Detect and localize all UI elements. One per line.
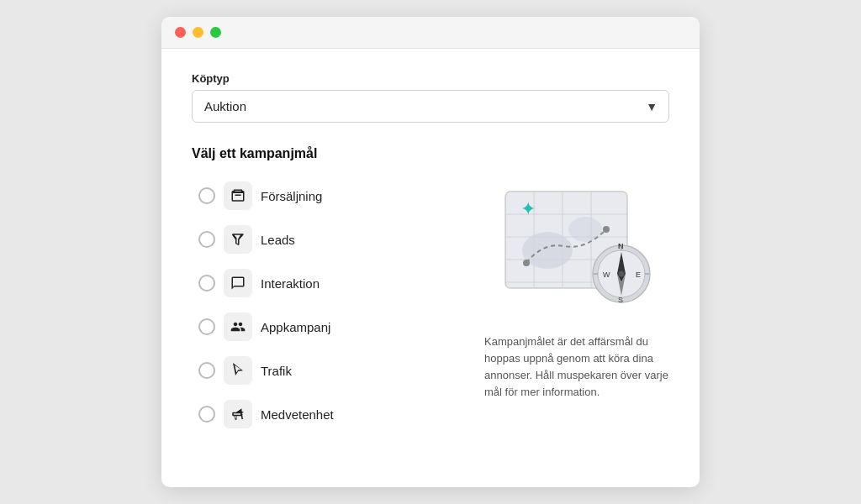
svg-text:E: E xyxy=(636,270,641,279)
leads-icon-box xyxy=(224,225,252,254)
goal-item-medvetenhet[interactable]: Medvetenhet xyxy=(192,395,457,433)
goal-description: Kampanjmålet är det affärsmål du hoppas … xyxy=(484,333,669,402)
radio-appkampanj[interactable] xyxy=(198,318,215,335)
goal-item-appkampanj[interactable]: Appkampanj xyxy=(192,307,457,346)
funnel-icon xyxy=(230,232,246,247)
goal-info-panel: ✦ N S E W xyxy=(484,176,669,433)
maximize-button[interactable] xyxy=(210,27,221,38)
megaphone-icon xyxy=(230,407,246,422)
radio-interaktion[interactable] xyxy=(198,275,215,291)
goal-list: Försäljning Leads xyxy=(192,176,457,433)
main-content: Köptyp Auktion Räckvidd och frekvens ▼ V… xyxy=(161,49,700,457)
appkampanj-label: Appkampanj xyxy=(261,320,330,334)
goal-item-forsaljning[interactable]: Försäljning xyxy=(192,176,457,215)
svg-point-10 xyxy=(523,260,530,266)
goal-item-interaktion[interactable]: Interaktion xyxy=(192,264,457,302)
goal-item-leads[interactable]: Leads xyxy=(192,220,457,259)
svg-text:W: W xyxy=(603,270,610,279)
medvetenhet-icon-box xyxy=(224,400,252,428)
svg-point-11 xyxy=(603,226,610,233)
leads-label: Leads xyxy=(261,233,295,247)
chat-icon xyxy=(230,276,246,291)
title-bar xyxy=(161,17,700,49)
svg-text:S: S xyxy=(618,296,623,304)
campaign-goal-title: Välj ett kampanjmål xyxy=(192,146,669,161)
goal-item-trafik[interactable]: Trafik xyxy=(192,351,457,390)
forsaljning-label: Försäljning xyxy=(261,189,322,203)
bag-icon xyxy=(230,188,246,203)
purchase-type-label: Köptyp xyxy=(192,72,669,85)
radio-leads[interactable] xyxy=(198,231,215,248)
svg-text:N: N xyxy=(618,242,624,250)
medvetenhet-label: Medvetenhet xyxy=(261,407,334,422)
svg-point-8 xyxy=(522,232,573,269)
svg-point-17 xyxy=(619,271,625,277)
purchase-type-select[interactable]: Auktion Räckvidd och frekvens xyxy=(192,90,669,123)
forsaljning-icon-box xyxy=(224,181,252,210)
radio-medvetenhet[interactable] xyxy=(198,406,215,423)
goal-illustration: ✦ N S E W xyxy=(497,183,657,322)
close-button[interactable] xyxy=(175,27,186,38)
radio-forsaljning[interactable] xyxy=(198,187,215,204)
radio-trafik[interactable] xyxy=(198,362,215,379)
purchase-type-wrapper: Auktion Räckvidd och frekvens ▼ xyxy=(192,90,669,123)
appkampanj-icon-box xyxy=(224,312,252,341)
app-window: Köptyp Auktion Räckvidd och frekvens ▼ V… xyxy=(161,17,700,487)
people-icon xyxy=(230,319,246,334)
cursor-icon xyxy=(230,363,246,378)
svg-text:✦: ✦ xyxy=(520,198,536,219)
minimize-button[interactable] xyxy=(193,27,203,38)
trafik-label: Trafik xyxy=(261,364,292,378)
trafik-icon-box xyxy=(224,356,252,385)
interaktion-icon-box xyxy=(224,269,252,297)
goal-layout: Försäljning Leads xyxy=(192,176,669,433)
interaktion-label: Interaktion xyxy=(261,276,320,291)
